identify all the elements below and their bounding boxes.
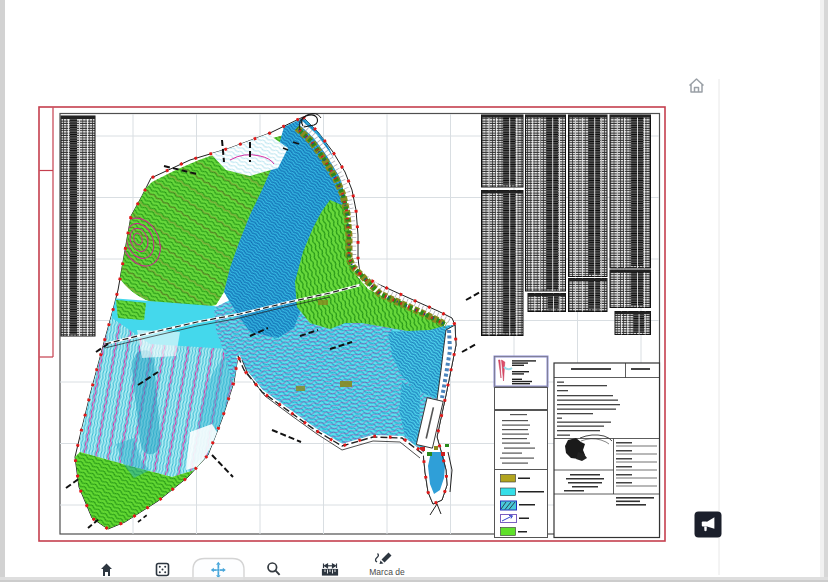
svg-text:Marca de: Marca de: [369, 567, 405, 577]
